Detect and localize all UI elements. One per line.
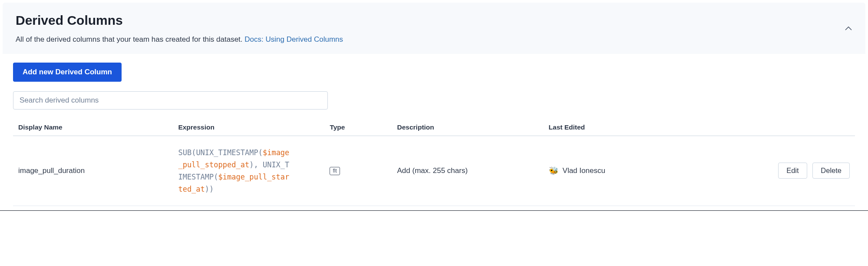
th-description: Description: [392, 119, 544, 136]
expr-token: ): [205, 185, 209, 193]
section-body: Add new Derived Column Display Name Expr…: [0, 54, 868, 210]
cell-description[interactable]: Add (max. 255 chars): [392, 136, 544, 206]
subtitle-text: All of the derived columns that your tea…: [16, 35, 244, 43]
search-input[interactable]: [13, 91, 328, 110]
description-placeholder: Add (max. 255 chars): [397, 166, 468, 175]
add-derived-column-button[interactable]: Add new Derived Column: [13, 63, 122, 82]
type-badge: flt: [330, 167, 340, 175]
table-row: image_pull_duration SUB(UNIX_TIMESTAMP($…: [13, 136, 855, 206]
cell-last-edited: 🐝 Vlad Ionescu: [544, 136, 695, 206]
delete-button[interactable]: Delete: [812, 163, 850, 179]
th-type: Type: [324, 119, 392, 136]
derived-columns-table: Display Name Expression Type Description…: [13, 119, 855, 206]
th-last-edited: Last Edited: [544, 119, 695, 136]
cell-display-name: image_pull_duration: [13, 136, 173, 206]
expr-token: ): [249, 160, 254, 169]
expr-token: ,: [254, 160, 262, 169]
user-name: Vlad Ionescu: [563, 166, 605, 175]
page-title: Derived Columns: [16, 13, 852, 28]
th-display-name: Display Name: [13, 119, 173, 136]
cell-expression: SUB(UNIX_TIMESTAMP($image_pull_stopped_a…: [173, 136, 324, 206]
expr-token: (: [191, 148, 196, 157]
section-header: Derived Columns All of the derived colum…: [3, 3, 865, 54]
docs-link[interactable]: Docs: Using Derived Columns: [244, 35, 343, 43]
chevron-up-icon[interactable]: [845, 24, 852, 32]
expr-token: (: [214, 173, 218, 181]
expr-token: UNIX_TIMESTAMP: [196, 148, 258, 157]
cell-type: flt: [324, 136, 392, 206]
avatar: 🐝: [549, 166, 558, 176]
expr-token: (: [258, 148, 263, 157]
expr-token: ): [209, 185, 214, 193]
page-subtitle: All of the derived columns that your tea…: [16, 34, 852, 45]
expr-token: SUB: [178, 148, 191, 157]
edit-button[interactable]: Edit: [778, 163, 807, 179]
cell-actions: Edit Delete: [695, 136, 855, 206]
th-actions: [695, 119, 855, 136]
th-expression: Expression: [173, 119, 324, 136]
